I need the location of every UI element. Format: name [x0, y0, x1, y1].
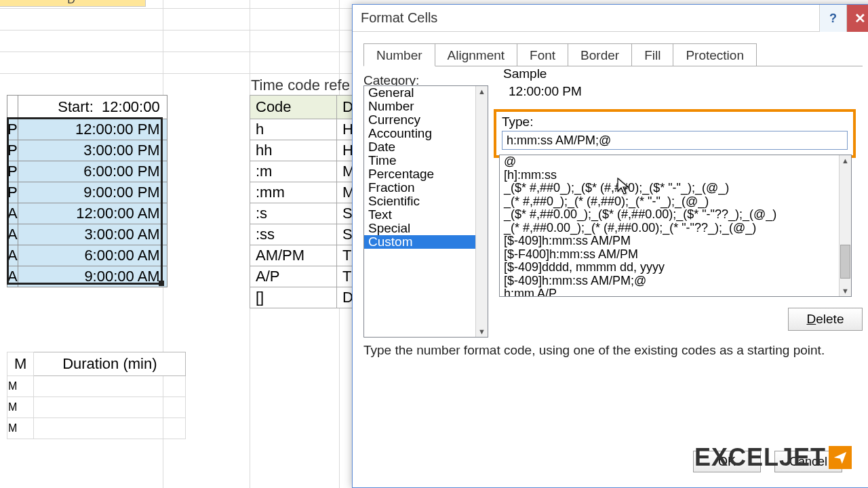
- category-item[interactable]: Custom: [364, 235, 488, 249]
- duration-header[interactable]: Duration (min): [34, 352, 186, 376]
- col-c-fragment: M: [7, 352, 34, 376]
- exceljet-watermark: EXCELJET: [694, 443, 852, 472]
- sample-value: 12:00:00 PM: [503, 81, 853, 103]
- ampm-fragment: A: [7, 224, 18, 245]
- time-cell[interactable]: 12:00:00 AM: [18, 203, 167, 224]
- time-cell[interactable]: 9:00:00 PM: [18, 182, 167, 203]
- ampm-fragment: P: [7, 182, 18, 203]
- tab-alignment[interactable]: Alignment: [435, 43, 518, 66]
- type-label: Type:: [502, 115, 848, 129]
- category-item[interactable]: General: [364, 86, 488, 100]
- code-cell[interactable]: :mm: [250, 182, 337, 203]
- category-item[interactable]: Time: [364, 154, 488, 167]
- dialog-title: Format Cells: [361, 10, 437, 26]
- format-cells-dialog: Format Cells ? ✕ NumberAlignmentFontBord…: [352, 4, 868, 488]
- help-button[interactable]: ?: [819, 5, 846, 32]
- format-code-item[interactable]: h:mm A/P: [500, 287, 851, 297]
- format-code-item[interactable]: [$-409]h:mm:ss AM/PM: [500, 235, 851, 248]
- scrollbar[interactable]: [839, 155, 851, 296]
- delete-button[interactable]: Delete: [788, 308, 863, 331]
- scrollbar[interactable]: [475, 86, 488, 337]
- column-header-d[interactable]: D: [0, 0, 146, 7]
- format-code-item[interactable]: [$-409]dddd, mmmm dd, yyyy: [500, 261, 851, 274]
- format-code-item[interactable]: @: [500, 155, 851, 169]
- sample-label: Sample: [503, 66, 547, 81]
- cell[interactable]: [34, 376, 186, 397]
- time-cell[interactable]: 3:00:00 AM: [18, 224, 167, 245]
- tab-fill[interactable]: Fill: [631, 43, 673, 66]
- ampm-fragment: P: [7, 140, 18, 161]
- category-item[interactable]: Fraction: [364, 181, 488, 195]
- tab-protection[interactable]: Protection: [673, 43, 757, 66]
- code-col-header[interactable]: Code: [250, 96, 337, 119]
- format-code-item[interactable]: [$-409]h:mm:ss AM/PM;@: [500, 274, 851, 288]
- number-tab-panel: Category: GeneralNumberCurrencyAccountin…: [363, 66, 863, 486]
- time-cell[interactable]: 6:00:00 AM: [18, 245, 167, 266]
- code-cell[interactable]: :ss: [250, 224, 337, 245]
- section-title: Time code refe: [251, 77, 350, 94]
- tab-strip: NumberAlignmentFontBorderFillProtection: [363, 43, 868, 66]
- col-c-fragment: [7, 96, 18, 119]
- code-cell[interactable]: []: [250, 287, 337, 308]
- code-cell[interactable]: h: [250, 119, 337, 140]
- tab-font[interactable]: Font: [517, 43, 568, 66]
- format-code-item[interactable]: [$-F400]h:mm:ss AM/PM: [500, 248, 851, 262]
- time-cell[interactable]: 3:00:00 PM: [18, 140, 167, 161]
- code-cell[interactable]: :m: [250, 161, 337, 182]
- category-listbox[interactable]: GeneralNumberCurrencyAccountingDateTimeP…: [363, 85, 488, 338]
- time-cell[interactable]: 12:00:00 PM: [18, 119, 167, 140]
- close-button[interactable]: ✕: [846, 5, 868, 32]
- category-item[interactable]: Text: [364, 208, 488, 222]
- code-cell[interactable]: AM/PM: [250, 245, 337, 266]
- category-item[interactable]: Percentage: [364, 167, 488, 181]
- time-cell[interactable]: 6:00:00 PM: [18, 161, 167, 182]
- code-reference-table: Code D hHhhH:mM:mmM:sS:ssSAM/PMTA/PT[]D: [250, 95, 361, 308]
- time-cell[interactable]: 9:00:00 AM: [18, 266, 167, 287]
- hint-text: Type the number format code, using one o…: [363, 343, 825, 358]
- format-code-item[interactable]: _(* #,##0.00_);_(* (#,##0.00);_(* "-"??_…: [500, 222, 851, 235]
- format-code-item[interactable]: _(* #,##0_);_(* (#,##0);_(* "-"_);_(@_): [500, 195, 851, 209]
- ampm-fragment: P: [7, 119, 18, 140]
- type-field-highlight: Type:: [494, 109, 856, 158]
- tab-number[interactable]: Number: [363, 43, 435, 66]
- category-item[interactable]: Accounting: [364, 127, 488, 140]
- category-item[interactable]: Scientific: [364, 195, 488, 208]
- tab-border[interactable]: Border: [568, 43, 632, 66]
- start-header[interactable]: Start: 12:00:00: [18, 96, 167, 119]
- cell[interactable]: [34, 397, 186, 418]
- code-cell[interactable]: A/P: [250, 266, 337, 287]
- dialog-titlebar[interactable]: Format Cells ? ✕: [353, 5, 868, 32]
- type-input[interactable]: [502, 131, 848, 150]
- format-code-listbox[interactable]: @[h]:mm:ss_($* #,##0_);_($* (#,##0);_($*…: [499, 155, 852, 297]
- format-code-item[interactable]: [h]:mm:ss: [500, 169, 851, 182]
- category-item[interactable]: Special: [364, 222, 488, 235]
- category-item[interactable]: Currency: [364, 113, 488, 127]
- ampm-fragment: P: [7, 161, 18, 182]
- category-item[interactable]: Date: [364, 140, 488, 154]
- code-cell[interactable]: :s: [250, 203, 337, 224]
- code-cell[interactable]: hh: [250, 140, 337, 161]
- ampm-fragment: A: [7, 266, 18, 287]
- format-code-item[interactable]: _($* #,##0_);_($* (#,##0);_($* "-"_);_(@…: [500, 182, 851, 195]
- category-item[interactable]: Number: [364, 100, 488, 113]
- ampm-fragment: A: [7, 203, 18, 224]
- duration-table: MDuration (min) M M M: [7, 352, 186, 439]
- cell[interactable]: [34, 418, 186, 439]
- format-code-item[interactable]: _($* #,##0.00_);_($* (#,##0.00);_($* "-"…: [500, 208, 851, 222]
- scrollbar-thumb[interactable]: [840, 245, 850, 279]
- paper-plane-icon: [829, 446, 852, 469]
- start-time-table: Start: 12:00:00 P12:00:00 PMP3:00:00 PMP…: [7, 95, 167, 287]
- ampm-fragment: A: [7, 245, 18, 266]
